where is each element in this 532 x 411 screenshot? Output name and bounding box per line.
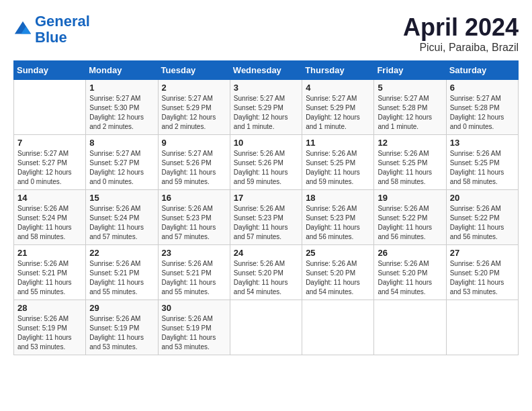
day-info: Sunrise: 5:26 AMSunset: 5:24 PMDaylight:…: [89, 204, 154, 242]
day-info: Sunrise: 5:26 AMSunset: 5:20 PMDaylight:…: [450, 259, 515, 297]
day-number: 8: [89, 138, 154, 148]
page-header: General Blue April 2024 Picui, Paraiba, …: [13, 13, 519, 54]
day-cell: [14, 80, 86, 135]
day-number: 4: [306, 83, 370, 93]
weekday-header-tuesday: Tuesday: [158, 61, 230, 80]
day-info: Sunrise: 5:26 AMSunset: 5:19 PMDaylight:…: [17, 314, 82, 352]
day-cell: [374, 300, 446, 355]
day-number: 3: [234, 83, 298, 93]
day-cell: [230, 300, 302, 355]
day-cell: 12Sunrise: 5:26 AMSunset: 5:25 PMDayligh…: [374, 135, 446, 190]
logo-line1: General: [35, 13, 90, 30]
day-info: Sunrise: 5:27 AMSunset: 5:27 PMDaylight:…: [17, 149, 82, 187]
day-info: Sunrise: 5:27 AMSunset: 5:27 PMDaylight:…: [89, 149, 154, 187]
day-number: 12: [378, 138, 442, 148]
day-info: Sunrise: 5:26 AMSunset: 5:23 PMDaylight:…: [162, 204, 226, 242]
day-number: 1: [89, 83, 154, 93]
day-number: 14: [17, 193, 82, 203]
day-cell: 4Sunrise: 5:27 AMSunset: 5:29 PMDaylight…: [302, 80, 374, 135]
day-info: Sunrise: 5:26 AMSunset: 5:21 PMDaylight:…: [17, 259, 82, 297]
day-number: 29: [89, 303, 154, 313]
day-cell: 28Sunrise: 5:26 AMSunset: 5:19 PMDayligh…: [14, 300, 86, 355]
day-info: Sunrise: 5:27 AMSunset: 5:29 PMDaylight:…: [162, 94, 226, 132]
day-number: 19: [378, 193, 442, 203]
day-info: Sunrise: 5:27 AMSunset: 5:28 PMDaylight:…: [378, 94, 442, 132]
day-number: 30: [162, 303, 226, 313]
day-cell: 25Sunrise: 5:26 AMSunset: 5:20 PMDayligh…: [302, 245, 374, 300]
day-number: 22: [89, 248, 154, 258]
day-cell: 13Sunrise: 5:26 AMSunset: 5:25 PMDayligh…: [446, 135, 518, 190]
day-cell: 21Sunrise: 5:26 AMSunset: 5:21 PMDayligh…: [14, 245, 86, 300]
day-info: Sunrise: 5:26 AMSunset: 5:26 PMDaylight:…: [234, 149, 298, 187]
day-info: Sunrise: 5:26 AMSunset: 5:19 PMDaylight:…: [89, 314, 154, 352]
day-cell: 24Sunrise: 5:26 AMSunset: 5:20 PMDayligh…: [230, 245, 302, 300]
day-info: Sunrise: 5:26 AMSunset: 5:23 PMDaylight:…: [234, 204, 298, 242]
month-title: April 2024: [403, 13, 519, 42]
day-cell: 18Sunrise: 5:26 AMSunset: 5:23 PMDayligh…: [302, 190, 374, 245]
weekday-header-saturday: Saturday: [446, 61, 518, 80]
day-number: 6: [450, 83, 515, 93]
day-number: 7: [17, 138, 82, 148]
day-info: Sunrise: 5:26 AMSunset: 5:20 PMDaylight:…: [378, 259, 442, 297]
day-cell: 17Sunrise: 5:26 AMSunset: 5:23 PMDayligh…: [230, 190, 302, 245]
day-cell: 7Sunrise: 5:27 AMSunset: 5:27 PMDaylight…: [14, 135, 86, 190]
logo: General Blue: [13, 13, 90, 46]
logo-line2: Blue: [35, 29, 67, 46]
calendar-header: SundayMondayTuesdayWednesdayThursdayFrid…: [14, 61, 519, 80]
day-info: Sunrise: 5:26 AMSunset: 5:20 PMDaylight:…: [234, 259, 298, 297]
day-cell: 2Sunrise: 5:27 AMSunset: 5:29 PMDaylight…: [158, 80, 230, 135]
day-info: Sunrise: 5:27 AMSunset: 5:28 PMDaylight:…: [450, 94, 515, 132]
week-row-1: 1Sunrise: 5:27 AMSunset: 5:30 PMDaylight…: [14, 80, 519, 135]
week-row-3: 14Sunrise: 5:26 AMSunset: 5:24 PMDayligh…: [14, 190, 519, 245]
day-info: Sunrise: 5:26 AMSunset: 5:25 PMDaylight:…: [306, 149, 370, 187]
day-number: 10: [234, 138, 298, 148]
day-number: 16: [162, 193, 226, 203]
weekday-row: SundayMondayTuesdayWednesdayThursdayFrid…: [14, 61, 519, 80]
weekday-header-monday: Monday: [86, 61, 158, 80]
week-row-5: 28Sunrise: 5:26 AMSunset: 5:19 PMDayligh…: [14, 300, 519, 355]
day-cell: 23Sunrise: 5:26 AMSunset: 5:21 PMDayligh…: [158, 245, 230, 300]
day-cell: 5Sunrise: 5:27 AMSunset: 5:28 PMDaylight…: [374, 80, 446, 135]
day-number: 23: [162, 248, 226, 258]
day-info: Sunrise: 5:26 AMSunset: 5:25 PMDaylight:…: [378, 149, 442, 187]
day-info: Sunrise: 5:26 AMSunset: 5:21 PMDaylight:…: [162, 259, 226, 297]
day-number: 9: [162, 138, 226, 148]
day-cell: 20Sunrise: 5:26 AMSunset: 5:22 PMDayligh…: [446, 190, 518, 245]
day-cell: 22Sunrise: 5:26 AMSunset: 5:21 PMDayligh…: [86, 245, 158, 300]
day-info: Sunrise: 5:27 AMSunset: 5:30 PMDaylight:…: [89, 94, 154, 132]
title-block: April 2024 Picui, Paraiba, Brazil: [403, 13, 519, 54]
day-cell: 9Sunrise: 5:27 AMSunset: 5:26 PMDaylight…: [158, 135, 230, 190]
day-number: 17: [234, 193, 298, 203]
day-info: Sunrise: 5:26 AMSunset: 5:22 PMDaylight:…: [378, 204, 442, 242]
day-info: Sunrise: 5:26 AMSunset: 5:23 PMDaylight:…: [306, 204, 370, 242]
day-number: 5: [378, 83, 442, 93]
day-cell: 30Sunrise: 5:26 AMSunset: 5:19 PMDayligh…: [158, 300, 230, 355]
logo-icon: [13, 20, 32, 39]
day-cell: 16Sunrise: 5:26 AMSunset: 5:23 PMDayligh…: [158, 190, 230, 245]
day-number: 2: [162, 83, 226, 93]
day-info: Sunrise: 5:26 AMSunset: 5:25 PMDaylight:…: [450, 149, 515, 187]
week-row-4: 21Sunrise: 5:26 AMSunset: 5:21 PMDayligh…: [14, 245, 519, 300]
day-cell: 1Sunrise: 5:27 AMSunset: 5:30 PMDaylight…: [86, 80, 158, 135]
day-info: Sunrise: 5:27 AMSunset: 5:26 PMDaylight:…: [162, 149, 226, 187]
day-cell: [446, 300, 518, 355]
day-cell: [302, 300, 374, 355]
day-cell: 15Sunrise: 5:26 AMSunset: 5:24 PMDayligh…: [86, 190, 158, 245]
day-info: Sunrise: 5:26 AMSunset: 5:20 PMDaylight:…: [306, 259, 370, 297]
day-info: Sunrise: 5:26 AMSunset: 5:22 PMDaylight:…: [450, 204, 515, 242]
day-cell: 26Sunrise: 5:26 AMSunset: 5:20 PMDayligh…: [374, 245, 446, 300]
calendar-body: 1Sunrise: 5:27 AMSunset: 5:30 PMDaylight…: [14, 80, 519, 355]
day-cell: 8Sunrise: 5:27 AMSunset: 5:27 PMDaylight…: [86, 135, 158, 190]
day-cell: 14Sunrise: 5:26 AMSunset: 5:24 PMDayligh…: [14, 190, 86, 245]
day-number: 13: [450, 138, 515, 148]
day-info: Sunrise: 5:26 AMSunset: 5:19 PMDaylight:…: [162, 314, 226, 352]
day-cell: 6Sunrise: 5:27 AMSunset: 5:28 PMDaylight…: [446, 80, 518, 135]
day-info: Sunrise: 5:27 AMSunset: 5:29 PMDaylight:…: [306, 94, 370, 132]
weekday-header-thursday: Thursday: [302, 61, 374, 80]
day-cell: 10Sunrise: 5:26 AMSunset: 5:26 PMDayligh…: [230, 135, 302, 190]
weekday-header-friday: Friday: [374, 61, 446, 80]
day-number: 25: [306, 248, 370, 258]
weekday-header-sunday: Sunday: [14, 61, 86, 80]
day-number: 11: [306, 138, 370, 148]
week-row-2: 7Sunrise: 5:27 AMSunset: 5:27 PMDaylight…: [14, 135, 519, 190]
